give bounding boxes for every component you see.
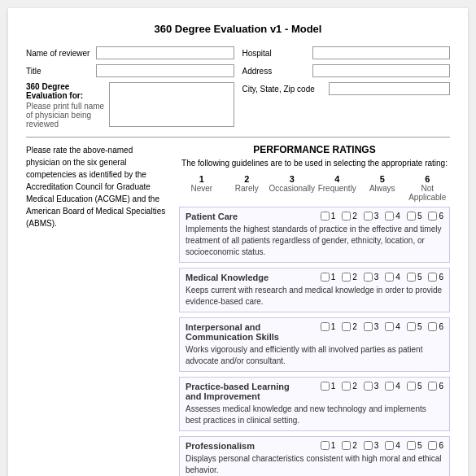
right-form-col: Hospital Address City, State, Zip code [242, 46, 451, 129]
rating-checkbox-2[interactable] [342, 212, 351, 221]
rating-checkbox-2[interactable] [342, 273, 351, 282]
reviewer-label: Name of reviewer [26, 49, 91, 58]
hospital-label: Hospital [242, 49, 308, 58]
rating-checkbox-4[interactable] [385, 322, 394, 331]
address-row: Address [242, 64, 451, 77]
rating-scale-item: 5Always [362, 174, 403, 202]
rating-checkbox-2[interactable] [342, 382, 351, 391]
rating-checkbox-4[interactable] [385, 382, 394, 391]
rating-checkbox-6[interactable] [428, 382, 437, 391]
radio-item[interactable]: 3 [364, 212, 379, 221]
radio-item[interactable]: 2 [342, 441, 357, 450]
scale-label: Always [369, 184, 395, 193]
scale-label: Rarely [235, 184, 259, 193]
radio-num: 5 [417, 382, 422, 391]
rating-checkbox-6[interactable] [428, 273, 437, 282]
radio-num: 5 [417, 273, 422, 282]
evaluation-label: 360 DegreeEvaluation for: Please print f… [26, 82, 104, 129]
scale-num: 4 [334, 174, 339, 184]
radio-item[interactable]: 5 [407, 322, 422, 331]
radio-item[interactable]: 2 [342, 212, 357, 221]
radio-num: 6 [439, 441, 443, 450]
scale-label: Occasionally [269, 184, 315, 193]
radio-item[interactable]: 4 [385, 441, 400, 450]
radio-item[interactable]: 4 [385, 273, 400, 282]
category-name: Medical Knowledge [186, 273, 321, 282]
rating-checkbox-5[interactable] [407, 273, 416, 282]
rating-checkbox-4[interactable] [385, 273, 394, 282]
radio-num: 4 [395, 212, 400, 221]
title-label: Title [26, 67, 91, 76]
radio-num: 6 [439, 382, 443, 391]
radio-item[interactable]: 6 [428, 441, 443, 450]
evaluation-input[interactable] [109, 82, 234, 127]
hospital-input[interactable] [312, 46, 451, 59]
rating-checkbox-6[interactable] [428, 212, 437, 221]
rating-checkbox-3[interactable] [364, 212, 373, 221]
rating-checkbox-6[interactable] [428, 322, 437, 331]
rating-checkbox-5[interactable] [407, 382, 416, 391]
rating-checkbox-4[interactable] [385, 441, 394, 450]
radio-item[interactable]: 2 [342, 322, 357, 331]
radio-item[interactable]: 6 [428, 322, 443, 331]
title-input[interactable] [96, 64, 234, 77]
left-form-col: Name of reviewer Title 360 DegreeEvaluat… [26, 46, 234, 129]
category-radios: 123456 [321, 273, 443, 282]
rating-checkbox-6[interactable] [428, 441, 437, 450]
radio-item[interactable]: 4 [385, 322, 400, 331]
rating-checkbox-1[interactable] [321, 441, 330, 450]
rating-checkbox-1[interactable] [321, 212, 330, 221]
rating-checkbox-1[interactable] [321, 322, 330, 331]
radio-item[interactable]: 3 [364, 441, 379, 450]
radio-item[interactable]: 1 [321, 441, 336, 450]
radio-item[interactable]: 4 [385, 382, 400, 391]
scale-num: 5 [380, 174, 385, 184]
category-desc: Implements the highest standards of prac… [186, 224, 443, 258]
rating-checkbox-2[interactable] [342, 441, 351, 450]
radio-item[interactable]: 3 [364, 273, 379, 282]
radio-item[interactable]: 6 [428, 273, 443, 282]
radio-item[interactable]: 5 [407, 212, 422, 221]
rating-checkbox-1[interactable] [321, 273, 330, 282]
address-input[interactable] [312, 64, 451, 77]
radio-num: 5 [417, 212, 422, 221]
radio-item[interactable]: 5 [407, 273, 422, 282]
rating-checkbox-2[interactable] [342, 322, 351, 331]
radio-item[interactable]: 1 [321, 322, 336, 331]
radio-item[interactable]: 5 [407, 441, 422, 450]
address-label: Address [242, 67, 308, 76]
rating-checkbox-3[interactable] [364, 382, 373, 391]
radio-item[interactable]: 6 [428, 212, 443, 221]
rating-checkbox-3[interactable] [364, 441, 373, 450]
radio-num: 3 [374, 212, 379, 221]
city-input[interactable] [329, 82, 451, 95]
title-row: Title [26, 64, 234, 77]
scale-num: 3 [290, 174, 295, 184]
rating-checkbox-5[interactable] [407, 441, 416, 450]
radio-item[interactable]: 1 [321, 273, 336, 282]
radio-item[interactable]: 3 [364, 322, 379, 331]
rating-checkbox-3[interactable] [364, 273, 373, 282]
category-radios: 123456 [321, 382, 443, 391]
radio-item[interactable]: 6 [428, 382, 443, 391]
page: 360 Degree Evaluation v1 - Model Name of… [8, 8, 468, 476]
radio-num: 2 [352, 382, 357, 391]
reviewer-input[interactable] [96, 46, 234, 59]
radio-num: 1 [331, 212, 336, 221]
radio-item[interactable]: 2 [342, 273, 357, 282]
rating-checkbox-1[interactable] [321, 382, 330, 391]
rating-checkbox-5[interactable] [407, 212, 416, 221]
radio-item[interactable]: 5 [407, 382, 422, 391]
scale-label: Never [190, 184, 212, 193]
radio-item[interactable]: 4 [385, 212, 400, 221]
rating-checkbox-3[interactable] [364, 322, 373, 331]
radio-item[interactable]: 3 [364, 382, 379, 391]
radio-item[interactable]: 2 [342, 382, 357, 391]
categories: Patient Care123456Implements the highest… [179, 207, 450, 476]
category-block: Medical Knowledge123456Keeps current wit… [179, 268, 450, 312]
rating-checkbox-4[interactable] [385, 212, 394, 221]
category-name: Interpersonal andCommunication Skills [186, 322, 321, 342]
radio-item[interactable]: 1 [321, 212, 336, 221]
radio-item[interactable]: 1 [321, 382, 336, 391]
rating-checkbox-5[interactable] [407, 322, 416, 331]
